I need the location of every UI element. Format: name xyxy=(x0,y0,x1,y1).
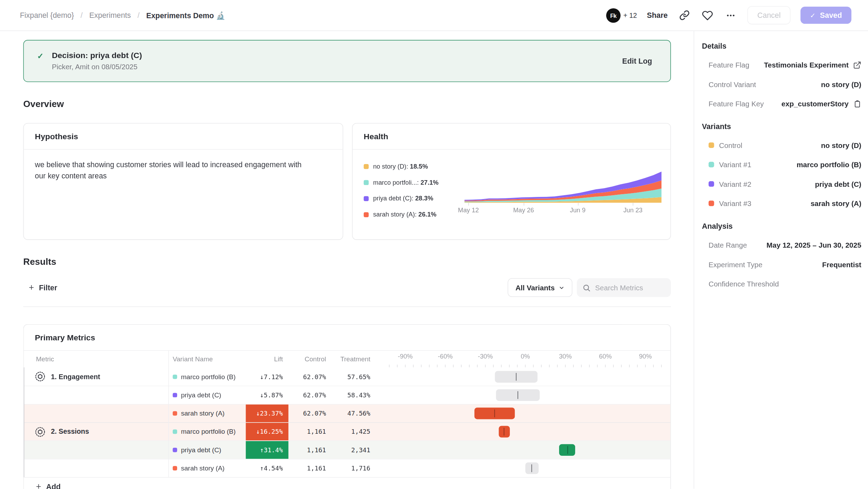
variant-color-dot xyxy=(173,448,177,452)
saved-button-label: Saved xyxy=(820,11,842,20)
heart-icon[interactable] xyxy=(701,9,714,22)
variants-dropdown[interactable]: All Variants xyxy=(508,278,572,297)
search-input[interactable] xyxy=(595,283,661,292)
column-header-metric: Metric xyxy=(24,351,168,368)
sidebar-row-value: May 12, 2025 – Jun 30, 2025 xyxy=(767,241,861,249)
variant-name: marco portfolio (B) xyxy=(181,428,236,435)
column-header-treatment: Treatment xyxy=(332,351,376,368)
breadcrumb-separator: / xyxy=(81,11,83,20)
variant-color-swatch xyxy=(709,142,714,148)
variant-color-dot xyxy=(173,393,177,397)
lift-value: ↓16.25% xyxy=(246,423,288,441)
axis-label: 30% xyxy=(559,353,572,360)
sidebar-row-value: priya debt (C) xyxy=(815,180,861,188)
column-header-lift: Lift xyxy=(246,351,288,368)
sidebar-row-value: marco portfolio (B) xyxy=(797,161,861,169)
sidebar-row: Variant #2priya debt (C) xyxy=(709,178,861,190)
sidebar-row-value: sarah story (A) xyxy=(811,199,861,208)
sidebar-row: Feature Flag Keyexp_customerStory xyxy=(709,98,861,109)
metric-target-icon xyxy=(35,371,45,382)
health-title: Health xyxy=(353,123,670,149)
sidebar-row-label: Variant #1 xyxy=(719,161,751,169)
edit-log-button[interactable]: Edit Log xyxy=(622,57,652,65)
legend-swatch xyxy=(364,164,369,169)
link-icon[interactable] xyxy=(678,9,691,22)
metric-table-row[interactable]: 2. Sessionsmarco portfolio (B)↓16.25%1,1… xyxy=(24,422,670,440)
legend-item: no story (D): 18.5% xyxy=(364,163,464,170)
breadcrumb-separator: / xyxy=(137,11,139,20)
sidebar-row-label: Variant #3 xyxy=(719,199,751,208)
cancel-button[interactable]: Cancel xyxy=(747,6,791,24)
health-chart: May 12May 26Jun 9Jun 23 xyxy=(464,161,661,227)
breadcrumb-project[interactable]: Fixpanel {demo} xyxy=(20,11,74,20)
sidebar-row: Date RangeMay 12, 2025 – Jun 30, 2025 xyxy=(709,239,861,250)
sidebar-row-label: Feature Flag xyxy=(709,61,750,69)
axis-label: 60% xyxy=(599,353,612,360)
decision-banner: ✓ Decision: priya debt (C) Picker, Amit … xyxy=(23,40,671,82)
add-filter-button[interactable]: + Filter xyxy=(23,283,57,293)
treatment-value: 1,425 xyxy=(332,423,376,441)
breadcrumb-experiments[interactable]: Experiments xyxy=(89,11,131,20)
metrics-search[interactable] xyxy=(577,278,671,297)
control-value: 62.07% xyxy=(288,386,332,404)
variant-name: sarah story (A) xyxy=(181,465,225,472)
sidebar-row: Variant #1marco portfolio (B) xyxy=(709,159,861,170)
external-link-icon[interactable] xyxy=(853,61,861,69)
add-metric-button[interactable]: + Add xyxy=(36,482,61,489)
sidebar-row-value[interactable]: Testimonials Experiment xyxy=(764,61,848,69)
sidebar-row-label: Experiment Type xyxy=(709,260,762,269)
avatar-group[interactable]: Fk + 12 xyxy=(606,8,637,22)
metric-table-row[interactable]: sarah story (A)↑4.54%1,1611,716 xyxy=(24,459,670,477)
chevron-down-icon xyxy=(558,284,564,290)
share-button[interactable]: Share xyxy=(647,11,667,20)
plus-icon: + xyxy=(36,482,41,489)
metric-table-row[interactable]: 1. Engagementmarco portfolio (B)↓7.12%62… xyxy=(24,367,670,385)
variant-color-swatch xyxy=(709,181,714,187)
variants-dropdown-label: All Variants xyxy=(515,283,555,292)
metric-table-row[interactable]: sarah story (A)↓23.37%62.07%47.56% xyxy=(24,404,670,422)
analysis-section: Analysis Date RangeMay 12, 2025 – Jun 30… xyxy=(702,222,861,289)
zero-percent-line xyxy=(24,367,24,477)
avatar[interactable]: Fk xyxy=(606,8,621,22)
legend-swatch xyxy=(364,196,369,201)
sidebar-row: Confidence Threshold xyxy=(709,278,861,289)
copy-icon[interactable] xyxy=(853,99,861,108)
legend-item: sarah story (A): 26.1% xyxy=(364,211,464,218)
sidebar-row-value: no story (D) xyxy=(821,141,861,149)
lift-value: ↓7.12% xyxy=(246,367,288,385)
app-root: Fixpanel {demo} / Experiments / Experime… xyxy=(0,0,868,489)
variant-name: sarah story (A) xyxy=(181,410,225,417)
sidebar-row-label: Control xyxy=(719,141,742,149)
metric-table-row[interactable]: priya debt (C)↓5.87%62.07%58.43% xyxy=(24,386,670,404)
control-value: 1,161 xyxy=(288,459,332,477)
lift-point-marker xyxy=(516,373,516,380)
legend-label: sarah story (A): 26.1% xyxy=(373,211,436,218)
axis-label: -60% xyxy=(438,353,453,360)
check-icon: ✓ xyxy=(810,11,816,19)
lift-axis-header: -90%-60%-30%0%30%60%90% xyxy=(376,351,671,368)
decision-title: Decision: priya debt (C) xyxy=(52,51,622,60)
add-metric-label: Add xyxy=(46,482,61,489)
hypothesis-card: Hypothesis we believe that showing custo… xyxy=(23,123,343,240)
hypothesis-text: we believe that showing customer stories… xyxy=(24,150,323,191)
results-divider xyxy=(23,306,671,307)
main-content: ✓ Decision: priya debt (C) Picker, Amit … xyxy=(0,31,694,489)
more-icon[interactable] xyxy=(724,9,737,22)
lift-value: ↓23.37% xyxy=(246,404,288,422)
metric-name: 1. Engagement xyxy=(51,373,100,380)
control-value: 1,161 xyxy=(288,441,332,459)
saved-button[interactable]: ✓ Saved xyxy=(801,7,851,24)
variant-name: priya debt (C) xyxy=(181,391,221,399)
variant-color-swatch xyxy=(709,162,714,168)
variant-name: marco portfolio (B) xyxy=(181,373,236,380)
x-axis-tick xyxy=(633,203,634,206)
topbar-actions: Fk + 12 Share Cancel ✓ Saved xyxy=(606,6,852,24)
metric-table-row[interactable]: priya debt (C)↑31.4%1,1612,341 xyxy=(24,440,670,459)
decision-subtitle: Picker, Amit on 08/05/2025 xyxy=(52,63,622,71)
x-axis-tick xyxy=(523,203,524,206)
sidebar-row: Variant #3sarah story (A) xyxy=(709,198,861,209)
overview-heading: Overview xyxy=(23,99,671,109)
metric-target-icon xyxy=(35,426,45,437)
variant-color-dot xyxy=(173,411,177,416)
sidebar-row-label: Variant #2 xyxy=(719,180,751,188)
